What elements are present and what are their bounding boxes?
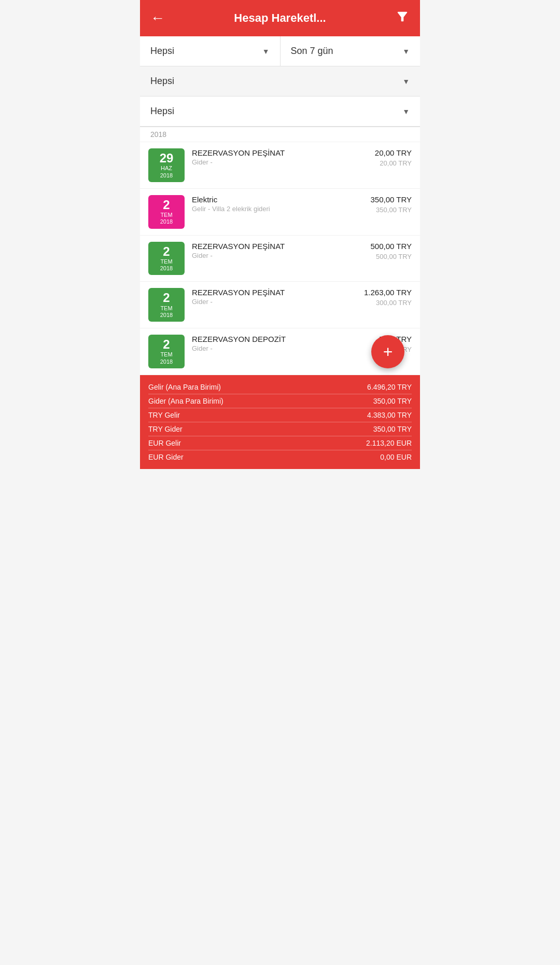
chevron-down-icon-2: ▼ — [402, 47, 410, 56]
summary-value: 2.113,20 EUR — [366, 439, 412, 447]
chevron-down-icon-1: ▼ — [262, 47, 270, 56]
summary-footer: Gelir (Ana Para Birimi) 6.496,20 TRY Gid… — [140, 375, 420, 469]
transaction-item[interactable]: 2 TEM 2018 REZERVASYON PEŞİNAT Gider - 1… — [140, 282, 420, 328]
date-badge: 2 TEM 2018 — [148, 195, 185, 229]
year-label: 2018 — [150, 265, 183, 272]
transaction-details: REZERVASYON PEŞİNAT Gider - — [192, 148, 375, 166]
filter-row-2[interactable]: Hepsi ▼ — [140, 66, 420, 96]
summary-row: EUR Gelir 2.113,20 EUR — [148, 436, 412, 450]
filter-son7gun[interactable]: Son 7 gün ▼ — [281, 36, 421, 66]
summary-label: EUR Gider — [148, 453, 184, 461]
filter-row-3[interactable]: Hepsi ▼ — [140, 96, 420, 127]
summary-row: Gelir (Ana Para Birimi) 6.496,20 TRY — [148, 380, 412, 394]
month-label: TEM — [150, 258, 183, 265]
day-label: 2 — [150, 338, 183, 351]
amount-primary: 350,00 TRY — [370, 195, 412, 204]
summary-value: 350,00 TRY — [373, 425, 412, 433]
filter-hepsi-2-label: Hepsi — [150, 76, 174, 87]
transaction-item[interactable]: 2 TEM 2018 REZERVASYON PEŞİNAT Gider - 5… — [140, 236, 420, 282]
transaction-details: REZERVASYON DEPOZİT Gider - — [192, 335, 379, 352]
day-label: 2 — [150, 245, 183, 258]
transaction-title: Elektric — [192, 195, 370, 204]
transaction-details: REZERVASYON PEŞİNAT Gider - — [192, 242, 370, 259]
date-badge: 29 HAZ 2018 — [148, 148, 185, 182]
transaction-amounts: 500,00 TRY 500,00 TRY — [370, 242, 412, 260]
transaction-subtitle: Gelir - Villa 2 elekrik gideri — [192, 205, 370, 213]
day-label: 2 — [150, 291, 183, 305]
year-label: 2018 — [150, 312, 183, 319]
month-label: TEM — [150, 305, 183, 312]
date-badge: 2 TEM 2018 — [148, 242, 185, 275]
amount-secondary: 300,00 TRY — [376, 299, 412, 307]
transaction-item[interactable]: 29 HAZ 2018 REZERVASYON PEŞİNAT Gider - … — [140, 142, 420, 189]
amount-primary: 500,00 TRY — [370, 242, 412, 251]
month-label: TEM — [150, 351, 183, 358]
day-label: 29 — [150, 151, 183, 165]
amount-secondary: 20,00 TRY — [380, 159, 412, 167]
transaction-title: REZERVASYON PEŞİNAT — [192, 288, 364, 297]
transaction-amounts: 1.263,00 TRY 300,00 TRY — [364, 288, 412, 307]
back-button[interactable]: ← — [150, 10, 165, 26]
month-label: TEM — [150, 212, 183, 218]
chevron-down-icon-3: ▼ — [402, 77, 410, 86]
summary-label: TRY Gelir — [148, 411, 180, 419]
filter-son7gun-label: Son 7 gün — [291, 46, 333, 57]
amount-primary: 1.263,00 TRY — [364, 288, 412, 297]
month-label: HAZ — [150, 165, 183, 172]
add-button[interactable]: + — [371, 335, 404, 368]
amount-secondary: 500,00 TRY — [376, 253, 412, 260]
summary-row: TRY Gider 350,00 TRY — [148, 422, 412, 436]
summary-row: TRY Gelir 4.383,00 TRY — [148, 408, 412, 422]
year-label: 2018 — [150, 359, 183, 365]
summary-label: Gelir (Ana Para Birimi) — [148, 383, 221, 391]
summary-value: 0,00 EUR — [380, 453, 412, 461]
year-label: 2018 — [150, 172, 183, 179]
date-badge: 2 TEM 2018 — [148, 335, 185, 368]
summary-label: TRY Gider — [148, 425, 183, 433]
summary-value: 6.496,20 TRY — [367, 383, 412, 391]
page-title: Hesap Hareketl... — [165, 11, 395, 25]
transaction-details: Elektric Gelir - Villa 2 elekrik gideri — [192, 195, 370, 213]
transaction-subtitle: Gider - — [192, 252, 370, 259]
summary-value: 4.383,00 TRY — [367, 411, 412, 419]
transaction-title: REZERVASYON PEŞİNAT — [192, 148, 375, 157]
transaction-subtitle: Gider - — [192, 344, 379, 352]
app-header: ← Hesap Hareketl... — [140, 0, 420, 36]
transaction-details: REZERVASYON PEŞİNAT Gider - — [192, 288, 364, 306]
transaction-subtitle: Gider - — [192, 298, 364, 306]
amount-primary: 20,00 TRY — [375, 148, 412, 157]
transaction-subtitle: Gider - — [192, 158, 375, 166]
amount-secondary: 350,00 TRY — [376, 206, 412, 214]
filter-hepsi-3-label: Hepsi — [150, 106, 174, 117]
summary-row: Gider (Ana Para Birimi) 350,00 TRY — [148, 394, 412, 408]
year-label: 2018 — [150, 218, 183, 225]
transaction-title: REZERVASYON PEŞİNAT — [192, 242, 370, 251]
summary-label: EUR Gelir — [148, 439, 181, 447]
summary-label: Gider (Ana Para Birimi) — [148, 397, 223, 405]
chevron-down-icon-4: ▼ — [402, 107, 410, 116]
filter-row-1: Hepsi ▼ Son 7 gün ▼ — [140, 36, 420, 66]
summary-value: 350,00 TRY — [373, 397, 412, 405]
filter-hepsi-1-label: Hepsi — [150, 46, 174, 57]
transaction-amounts: 20,00 TRY 20,00 TRY — [375, 148, 412, 167]
transaction-amounts: 350,00 TRY 350,00 TRY — [370, 195, 412, 214]
day-label: 2 — [150, 198, 183, 212]
partial-year-label: 2018 — [140, 127, 420, 142]
summary-row: EUR Gider 0,00 EUR — [148, 450, 412, 464]
filter-icon[interactable] — [395, 9, 410, 27]
transaction-item[interactable]: 2 TEM 2018 Elektric Gelir - Villa 2 elek… — [140, 189, 420, 236]
date-badge: 2 TEM 2018 — [148, 288, 185, 322]
transaction-title: REZERVASYON DEPOZİT — [192, 335, 379, 343]
filter-hepsi-1[interactable]: Hepsi ▼ — [140, 36, 281, 66]
